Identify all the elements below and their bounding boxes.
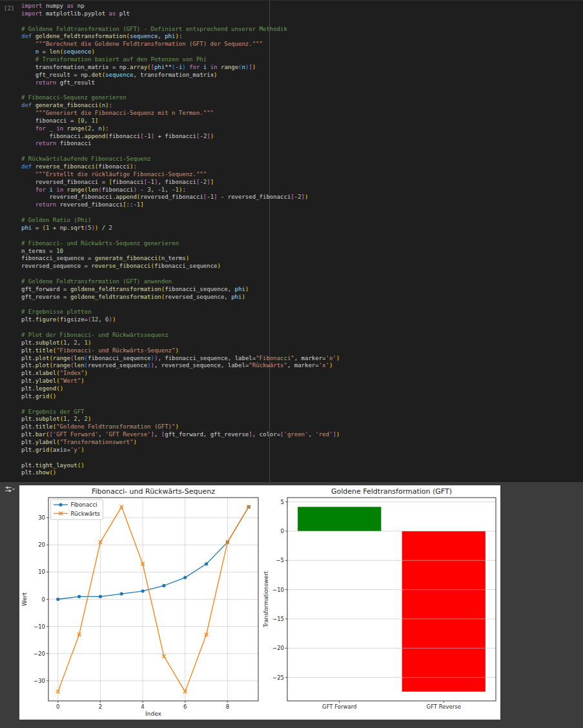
code-line: plt.grid(): [21, 393, 340, 401]
y-tick-label: 30: [38, 514, 45, 521]
code-line: return reversed_fibonacci[::-1]: [21, 201, 340, 209]
code-line: for i in range(len(fibonacci) - 3, -1, -…: [21, 187, 340, 194]
fibonacci-line-chart: 02468−30−20−100102030Fibonacci- und Rück…: [21, 487, 258, 717]
y-tick-label: −15: [272, 616, 284, 622]
code-line: [21, 209, 340, 217]
code-line: plt.bar(['GFT Forward', 'GFT Reverse'], …: [21, 431, 340, 439]
cell-output-area: 02468−30−20−100102030Fibonacci- und Rück…: [0, 482, 583, 728]
code-line: # Goldene Feldtransformation (GFT) - Def…: [21, 26, 340, 34]
code-line: # Fibonacci- und Rückwärts-Sequenz gener…: [21, 240, 340, 248]
matplotlib-figure: 02468−30−20−100102030Fibonacci- und Rück…: [19, 485, 500, 720]
code-line: # Plot der Fibonacci- und Rückwärtsseque…: [21, 332, 340, 339]
code-line: [21, 148, 340, 156]
y-tick-label: −20: [34, 651, 45, 657]
code-line: [21, 454, 340, 462]
x-tick-label: GFT Reverse: [427, 703, 461, 710]
code-line: plt.plot(range(len(reversed_sequence)), …: [21, 362, 340, 370]
plot-figure: 02468−30−20−100102030Fibonacci- und Rück…: [19, 485, 500, 720]
y-tick-label: −25: [272, 674, 284, 681]
notebook-page: { "notebook": { "execution_count": "[2]"…: [0, 0, 583, 728]
output-options-sliders-icon: [5, 485, 15, 496]
code-line: reversed_fibonacci = [fibonacci[-1], fib…: [21, 179, 340, 187]
y-axis-label: Wert: [21, 592, 28, 606]
bar-gft-forward: [298, 507, 381, 531]
code-line: [21, 270, 340, 278]
circle-marker: [183, 576, 187, 579]
axis-ticks: [46, 518, 227, 703]
code-line: def goldene_feldtransformation(sequence,…: [21, 33, 340, 41]
code-line: plt.grid(axis='y'): [21, 447, 340, 454]
code-line: def generate_fibonacci(n):: [21, 102, 340, 110]
chart-title: Fibonacci- und Rückwärts-Sequenz: [92, 487, 215, 496]
legend: FibonacciRückwärts: [51, 500, 103, 520]
code-line: # Transformation basiert auf den Potenze…: [21, 56, 340, 64]
code-line: # Rückwärtslaufende Fibonacci-Sequenz: [21, 156, 340, 163]
code-line: reversed_sequence = reverse_fibonacci(fi…: [21, 263, 340, 270]
x-tick-label: 8: [226, 703, 229, 710]
x-marker: [119, 505, 123, 509]
code-line: fibonacci = [0, 1]: [21, 117, 340, 125]
circle-marker: [141, 589, 144, 592]
code-line: plt.title("Goldene Feldtransformation (G…: [21, 423, 340, 431]
y-tick-label: 0: [281, 528, 284, 534]
code-line: """Erstellt die rückläufige Fibonacci-Se…: [21, 171, 340, 179]
x-tick-label: 0: [56, 703, 59, 710]
bar-gft-reverse: [402, 531, 486, 692]
code-line: plt.xlabel("Index"): [21, 370, 340, 378]
code-line: import numpy as np: [21, 3, 340, 10]
circle-marker: [205, 562, 208, 565]
code-line: fibonacci.append(fibonacci[-1] + fibonac…: [21, 133, 340, 141]
y-axis-label: Transformationswert: [263, 571, 269, 628]
y-tick-label: 0: [42, 596, 45, 603]
code-line: """Generiert die Fibonacci-Sequenz mit n…: [21, 110, 340, 117]
x-axis-label: Index: [145, 711, 161, 717]
code-line: [21, 401, 340, 409]
code-line: plt.figure(figsize=(12, 6)): [21, 316, 340, 324]
code-line: fibonacci_sequence = generate_fibonacci(…: [21, 255, 340, 263]
code-line: gft_forward = goldene_feldtransformation…: [21, 286, 340, 294]
y-tick-label: −5: [276, 557, 284, 563]
code-line: plt.title("Fibonacci- und Rückwärts-Sequ…: [21, 347, 340, 355]
y-tick-label: −30: [34, 678, 45, 684]
code-line: [21, 324, 340, 332]
code-editor[interactable]: import numpy as npimport matplotlib.pypl…: [21, 3, 340, 477]
code-line: plt.subplot(1, 2, 2): [21, 416, 340, 423]
execution-count: [2]: [4, 5, 14, 12]
y-tick-label: −10: [272, 587, 284, 593]
code-line: plt.plot(range(len(fibonacci_sequence)),…: [21, 355, 340, 363]
code-line: """Berechnet die Goldene Feldtransformat…: [21, 41, 340, 48]
x-tick-label: GFT Forward: [322, 703, 356, 710]
code-line: [21, 18, 340, 26]
code-line: for _ in range(2, n):: [21, 125, 340, 133]
code-line: def reverse_fibonacci(fibonacci):: [21, 163, 340, 171]
code-line: reversed_fibonacci.append(reversed_fibon…: [21, 194, 340, 201]
gft-bar-chart: GFT ForwardGFT Reverse50−5−10−15−20−25Go…: [263, 487, 496, 710]
code-line: # Fibonacci-Sequenz generieren: [21, 94, 340, 102]
y-tick-label: −10: [34, 623, 45, 630]
circle-marker: [56, 598, 59, 601]
code-line: gft_result = np.dot(sequence, transforma…: [21, 72, 340, 79]
circle-marker: [120, 592, 123, 595]
code-line: # Ergebnis der GFT: [21, 409, 340, 416]
code-line: plt.ylabel("Wert"): [21, 378, 340, 385]
x-tick-label: 4: [141, 703, 144, 710]
code-line: plt.subplot(1, 2, 1): [21, 339, 340, 347]
circle-marker: [99, 595, 102, 598]
code-line: n_terms = 10: [21, 248, 340, 256]
output-options-button[interactable]: [3, 485, 16, 496]
code-line: n = len(sequence): [21, 48, 340, 56]
code-line: phi = (1 + np.sqrt(5)) / 2: [21, 225, 340, 232]
code-line: plt.ylabel("Transformationswert"): [21, 439, 340, 447]
y-tick-label: 5: [281, 499, 284, 505]
y-tick-label: 10: [38, 569, 45, 575]
circle-marker: [162, 584, 165, 587]
grid-lines: [48, 498, 258, 701]
legend-label: Rückwärts: [71, 511, 101, 517]
code-line: plt.show(): [21, 469, 340, 477]
code-line: [21, 232, 340, 240]
code-line: [21, 301, 340, 309]
code-line: # Goldene Feldtransformation (GFT) anwen…: [21, 278, 340, 286]
legend-label: Fibonacci: [71, 501, 97, 508]
code-line: # Golden Ratio (Phi): [21, 217, 340, 225]
code-line: return fibonacci: [21, 140, 340, 148]
